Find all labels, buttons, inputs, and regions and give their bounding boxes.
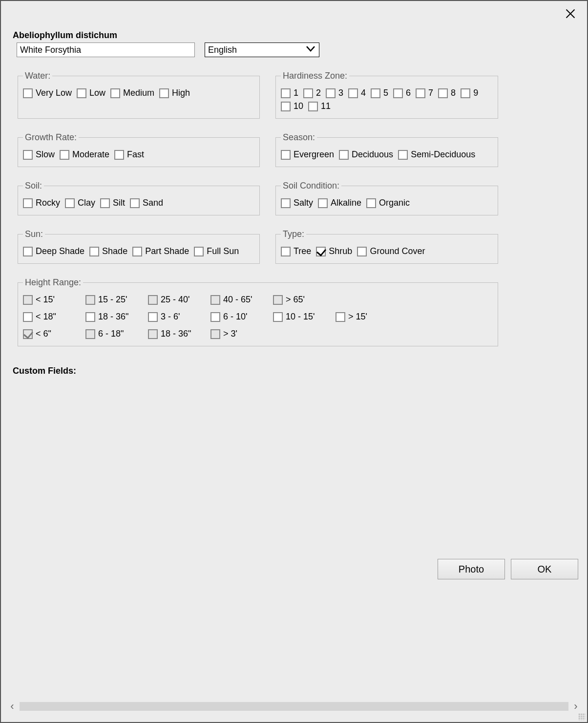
option-type-2[interactable]: Ground Cover	[357, 246, 425, 256]
option-height-r1-5[interactable]: > 15'	[336, 312, 389, 322]
option-hardiness-3[interactable]: 4	[348, 88, 366, 98]
option-height-r0-1: 15 - 25'	[85, 295, 139, 305]
option-hardiness-8[interactable]: 9	[461, 88, 478, 98]
option-type-0[interactable]: Tree	[281, 246, 311, 256]
option-height-r1-3[interactable]: 6 - 10'	[210, 312, 264, 322]
resize-grip-icon[interactable]	[578, 713, 585, 720]
checkbox-icon	[23, 247, 33, 256]
option-label: > 15'	[348, 312, 367, 322]
checkbox-icon	[23, 198, 33, 208]
option-water-1[interactable]: Low	[77, 88, 105, 98]
option-water-3[interactable]: High	[159, 88, 190, 98]
option-sun-3[interactable]: Full Sun	[194, 246, 239, 256]
option-soil-3[interactable]: Sand	[130, 198, 163, 208]
option-hardiness-4[interactable]: 5	[371, 88, 388, 98]
option-label: Ground Cover	[370, 246, 425, 256]
option-soil-0[interactable]: Rocky	[23, 198, 60, 208]
option-sun-2[interactable]: Part Shade	[132, 246, 189, 256]
option-label: 6 - 18"	[98, 329, 124, 339]
fieldset-season: Season:EvergreenDeciduousSemi-Deciduous	[275, 132, 498, 167]
option-height-r1-0[interactable]: < 18"	[23, 312, 77, 322]
option-season-1[interactable]: Deciduous	[339, 149, 393, 160]
option-label: 18 - 36"	[98, 312, 128, 322]
checkbox-icon	[308, 102, 318, 111]
checkbox-icon	[23, 295, 33, 305]
option-soilcond-1[interactable]: Alkaline	[318, 198, 361, 208]
checkbox-icon	[339, 150, 349, 160]
legend-soil: Soil:	[23, 181, 44, 191]
common-name-field[interactable]	[17, 43, 195, 57]
option-hardiness-9[interactable]: 10	[281, 101, 303, 111]
checkbox-icon	[77, 88, 86, 98]
checkbox-icon	[416, 88, 425, 98]
option-soilcond-0[interactable]: Salty	[281, 198, 313, 208]
horizontal-scrollbar[interactable]: ‹ ›	[7, 701, 581, 712]
checkbox-icon	[461, 88, 470, 98]
option-label: Sand	[143, 198, 163, 208]
checkbox-icon	[85, 295, 95, 305]
option-label: 8	[451, 88, 456, 98]
photo-button[interactable]: Photo	[438, 559, 505, 579]
option-label: < 15'	[36, 295, 55, 305]
option-label: 5	[383, 88, 388, 98]
checkbox-icon	[114, 150, 124, 160]
option-sun-1[interactable]: Shade	[89, 246, 127, 256]
scroll-left-icon[interactable]: ‹	[7, 701, 18, 712]
checkbox-icon	[23, 329, 33, 339]
checkbox-icon	[210, 312, 220, 322]
close-icon[interactable]	[564, 7, 577, 21]
scrollbar-track[interactable]	[20, 702, 568, 711]
option-type-1[interactable]: Shrub	[316, 246, 352, 256]
checkbox-icon	[23, 312, 33, 322]
option-hardiness-0[interactable]: 1	[281, 88, 298, 98]
legend-growth: Growth Rate:	[23, 132, 79, 143]
checkbox-icon	[357, 247, 367, 256]
option-season-2[interactable]: Semi-Deciduous	[398, 149, 475, 160]
option-hardiness-1[interactable]: 2	[303, 88, 321, 98]
option-height-r1-4[interactable]: 10 - 15'	[273, 312, 327, 322]
option-growth-2[interactable]: Fast	[114, 149, 144, 160]
option-label: 10	[294, 101, 303, 111]
option-growth-0[interactable]: Slow	[23, 149, 55, 160]
checkbox-icon	[148, 295, 158, 305]
custom-fields-label: Custom Fields:	[13, 366, 577, 376]
scroll-right-icon[interactable]: ›	[570, 701, 581, 712]
option-height-r0-4: > 65'	[273, 295, 327, 305]
option-soilcond-2[interactable]: Organic	[366, 198, 410, 208]
checkbox-icon	[23, 88, 33, 98]
option-label: 40 - 65'	[223, 295, 252, 305]
option-hardiness-10[interactable]: 11	[308, 101, 331, 111]
legend-height: Height Range:	[23, 277, 83, 288]
checkbox-icon	[210, 295, 220, 305]
option-water-2[interactable]: Medium	[110, 88, 154, 98]
option-soil-1[interactable]: Clay	[65, 198, 95, 208]
option-label: > 3'	[223, 329, 237, 339]
checkbox-icon	[132, 247, 142, 256]
legend-soilcond: Soil Condition:	[281, 181, 341, 191]
fieldset-type: Type:TreeShrubGround Cover	[275, 229, 498, 264]
checkbox-icon	[336, 312, 345, 322]
option-hardiness-5[interactable]: 6	[393, 88, 411, 98]
option-hardiness-7[interactable]: 8	[438, 88, 456, 98]
option-soil-2[interactable]: Silt	[100, 198, 125, 208]
option-height-r2-1: 6 - 18"	[85, 329, 139, 339]
legend-type: Type:	[281, 229, 306, 239]
option-growth-1[interactable]: Moderate	[60, 149, 109, 160]
language-select[interactable]: English	[205, 43, 319, 57]
checkbox-icon	[281, 88, 291, 98]
option-season-0[interactable]: Evergreen	[281, 149, 334, 160]
option-label: Shade	[102, 246, 127, 256]
option-height-r1-1[interactable]: 18 - 36"	[85, 312, 139, 322]
option-hardiness-6[interactable]: 7	[416, 88, 433, 98]
checkbox-icon	[326, 88, 336, 98]
checkbox-icon	[100, 198, 110, 208]
option-label: 3	[338, 88, 343, 98]
checkbox-icon	[316, 247, 326, 256]
option-label: > 65'	[286, 295, 305, 305]
option-sun-0[interactable]: Deep Shade	[23, 246, 84, 256]
option-hardiness-2[interactable]: 3	[326, 88, 343, 98]
option-label: 10 - 15'	[286, 312, 315, 322]
option-height-r1-2[interactable]: 3 - 6'	[148, 312, 202, 322]
ok-button[interactable]: OK	[511, 559, 578, 579]
option-water-0[interactable]: Very Low	[23, 88, 72, 98]
